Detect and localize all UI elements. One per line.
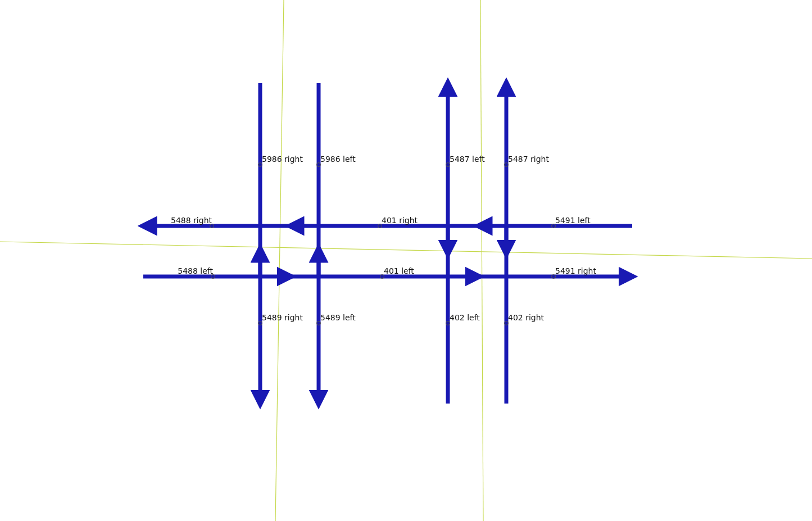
diagram-canvas bbox=[0, 0, 812, 521]
label-5489-left: 5489 left bbox=[320, 313, 356, 322]
label-5491-right: 5491 right bbox=[555, 266, 596, 275]
label-401-left: 401 left bbox=[384, 266, 414, 275]
label-5487-left: 5487 left bbox=[450, 155, 485, 164]
guide-line bbox=[275, 0, 284, 521]
label-5986-left: 5986 left bbox=[320, 155, 356, 164]
label-402-left: 402 left bbox=[450, 313, 480, 322]
label-5488-right: 5488 right bbox=[171, 216, 212, 225]
label-401-right: 401 right bbox=[382, 216, 418, 225]
guide-line bbox=[0, 242, 812, 259]
label-5487-right: 5487 right bbox=[508, 155, 549, 164]
label-5489-right: 5489 right bbox=[262, 313, 303, 322]
label-5491-left: 5491 left bbox=[555, 216, 591, 225]
label-5986-right: 5986 right bbox=[262, 155, 303, 164]
label-5488-left: 5488 left bbox=[178, 266, 213, 275]
label-402-right: 402 right bbox=[508, 313, 544, 322]
guide-line bbox=[480, 0, 483, 521]
